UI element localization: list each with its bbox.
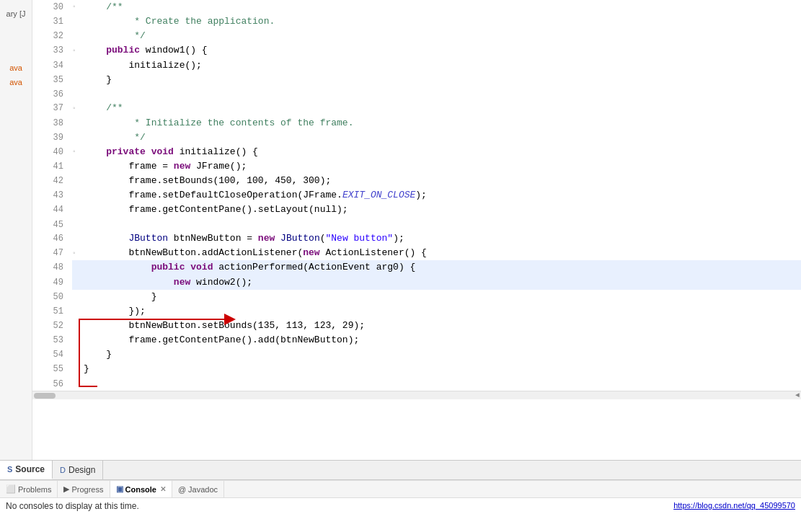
code-content[interactable]: */: [81, 29, 801, 43]
fold-indicator[interactable]: [72, 260, 81, 275]
source-tab-icon: S: [7, 465, 12, 474]
line-number: 44: [32, 203, 72, 217]
code-content[interactable]: new window2();: [81, 275, 801, 290]
left-sidebar: ary [J ava ava: [0, 0, 32, 460]
line-number: 32: [32, 29, 72, 43]
line-number: 50: [32, 290, 72, 304]
line-number: 41: [32, 159, 72, 174]
sidebar-label-3: ava: [9, 77, 22, 88]
fold-indicator[interactable]: [72, 174, 81, 188]
fold-indicator[interactable]: [72, 377, 81, 391]
line-number: 43: [32, 188, 72, 203]
source-tab-label: Source: [15, 464, 45, 474]
line-number: 35: [32, 73, 72, 87]
code-table: 30◦ /**31 * Create the application.32 */…: [32, 0, 801, 391]
line-number: 54: [32, 347, 72, 362]
line-number: 55: [32, 362, 72, 376]
tab-javadoc[interactable]: @ Javadoc: [172, 481, 224, 497]
design-tab-label: Design: [68, 465, 95, 475]
tab-problems[interactable]: ⬜ Problems: [0, 481, 58, 497]
fold-indicator[interactable]: [72, 275, 81, 290]
code-panel[interactable]: 30◦ /**31 * Create the application.32 */…: [32, 0, 801, 460]
code-content[interactable]: private void initialize() {: [81, 145, 801, 159]
code-content[interactable]: }: [81, 362, 801, 376]
line-number: 33: [32, 43, 72, 58]
code-content[interactable]: /**: [81, 101, 801, 115]
code-content[interactable]: frame = new JFrame();: [81, 159, 801, 174]
line-number: 31: [32, 14, 72, 29]
fold-indicator[interactable]: ◦: [72, 246, 81, 260]
line-number: 40: [32, 145, 72, 159]
fold-indicator[interactable]: [72, 130, 81, 145]
fold-indicator[interactable]: [72, 58, 81, 73]
code-content[interactable]: [81, 377, 801, 391]
fold-indicator[interactable]: [72, 14, 81, 29]
console-label: Console: [125, 485, 156, 494]
console-close-icon[interactable]: ✕: [160, 485, 166, 493]
fold-indicator[interactable]: [72, 188, 81, 203]
fold-indicator[interactable]: ◦: [72, 145, 81, 159]
tab-progress[interactable]: ▶ Progress: [58, 481, 110, 497]
line-number: 36: [32, 87, 72, 102]
tab-design[interactable]: D Design: [53, 461, 103, 479]
code-content[interactable]: [81, 87, 801, 102]
fold-indicator[interactable]: [72, 304, 81, 319]
code-content[interactable]: }: [81, 290, 801, 304]
fold-indicator[interactable]: [72, 290, 81, 304]
code-content[interactable]: [81, 218, 801, 232]
code-content[interactable]: frame.getContentPane().add(btnNewButton)…: [81, 333, 801, 347]
fold-indicator[interactable]: [72, 333, 81, 347]
code-content[interactable]: btnNewButton.setBounds(135, 113, 123, 29…: [81, 319, 801, 333]
fold-indicator[interactable]: [72, 159, 81, 174]
code-content[interactable]: frame.setBounds(100, 100, 450, 300);: [81, 174, 801, 188]
javadoc-label: Javadoc: [188, 485, 218, 494]
design-tab-icon: D: [60, 466, 66, 474]
code-content[interactable]: }: [81, 73, 801, 87]
code-content[interactable]: */: [81, 130, 801, 145]
line-number: 34: [32, 58, 72, 73]
line-number: 51: [32, 304, 72, 319]
line-number: 56: [32, 377, 72, 391]
code-content[interactable]: public void actionPerformed(ActionEvent …: [81, 260, 801, 275]
code-content[interactable]: public window1() {: [81, 43, 801, 58]
console-panel: ⬜ Problems ▶ Progress ▣ Console ✕ @ Java…: [0, 480, 801, 532]
code-content[interactable]: JButton btnNewButton = new JButton("New …: [81, 231, 801, 246]
sidebar-label-2: ava: [9, 63, 22, 74]
code-content[interactable]: initialize();: [81, 58, 801, 73]
fold-indicator[interactable]: ◦: [72, 43, 81, 58]
code-content[interactable]: * Initialize the contents of the frame.: [81, 116, 801, 130]
line-number: 52: [32, 319, 72, 333]
h-scrollbar-thumb[interactable]: [34, 393, 56, 399]
fold-indicator[interactable]: [72, 116, 81, 130]
console-content: No consoles to display at this time. htt…: [0, 498, 801, 514]
line-number: 53: [32, 333, 72, 347]
line-number: 42: [32, 174, 72, 188]
h-scrollbar[interactable]: ◄: [32, 391, 801, 399]
console-url[interactable]: https://blog.csdn.net/qq_45099570: [673, 501, 795, 510]
code-content[interactable]: * Create the application.: [81, 14, 801, 29]
fold-indicator[interactable]: [72, 231, 81, 246]
tab-console[interactable]: ▣ Console ✕: [110, 481, 172, 497]
fold-indicator[interactable]: [72, 218, 81, 232]
fold-indicator[interactable]: ◦: [72, 101, 81, 115]
fold-indicator[interactable]: [72, 347, 81, 362]
code-content[interactable]: frame.getContentPane().setLayout(null);: [81, 203, 801, 217]
fold-indicator[interactable]: [72, 29, 81, 43]
fold-indicator[interactable]: [72, 319, 81, 333]
sidebar-label-1: ary [J: [6, 9, 26, 19]
code-content[interactable]: /**: [81, 0, 801, 14]
fold-indicator[interactable]: [72, 73, 81, 87]
line-number: 39: [32, 130, 72, 145]
code-content[interactable]: });: [81, 304, 801, 319]
line-number: 46: [32, 231, 72, 246]
fold-indicator[interactable]: ◦: [72, 0, 81, 14]
line-number: 49: [32, 275, 72, 290]
code-content[interactable]: btnNewButton.addActionListener(new Actio…: [81, 246, 801, 260]
fold-indicator[interactable]: [72, 362, 81, 376]
code-content[interactable]: frame.setDefaultCloseOperation(JFrame.EX…: [81, 188, 801, 203]
scroll-arrow-left[interactable]: ◄: [795, 391, 800, 399]
fold-indicator[interactable]: [72, 87, 81, 102]
code-content[interactable]: }: [81, 347, 801, 362]
fold-indicator[interactable]: [72, 203, 81, 217]
tab-source[interactable]: S Source: [0, 461, 53, 479]
